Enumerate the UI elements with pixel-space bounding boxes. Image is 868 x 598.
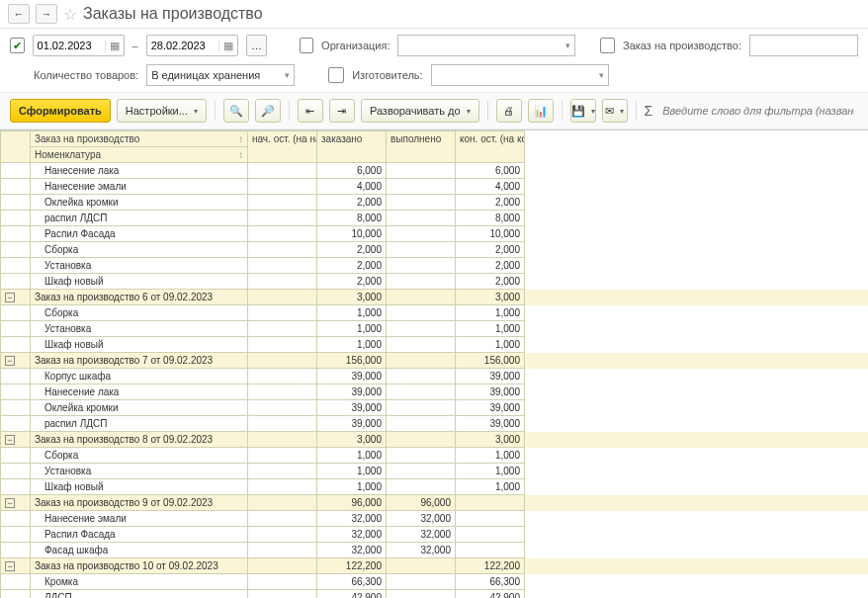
group-row[interactable]: −Заказ на производство 10 от 09.02.20231…	[1, 558, 869, 574]
collapse-toggle-icon[interactable]: −	[5, 561, 15, 571]
dropdown-icon: ↕	[238, 132, 243, 145]
row-name: Установка	[31, 464, 248, 479]
header-end[interactable]: кон. ост. (на конец)	[456, 131, 525, 163]
group-row[interactable]: −Заказ на производство 8 от 09.02.20233,…	[1, 432, 869, 448]
data-row[interactable]: Сборка1,0001,000	[1, 448, 869, 464]
data-row[interactable]: Шкаф новый2,0002,000	[1, 274, 869, 290]
date-to-field[interactable]: ▦	[146, 35, 238, 56]
report-table[interactable]: Заказ на производство↕ нач. ост. (на нач…	[0, 130, 868, 598]
expand-button[interactable]: ⇥	[329, 99, 355, 123]
date-to-input[interactable]	[147, 38, 218, 53]
chevron-down-icon: ▾	[194, 107, 198, 116]
data-row[interactable]: Корпус шкафа39,00039,000	[1, 369, 869, 384]
calendar-icon[interactable]: ▦	[218, 40, 237, 52]
find-button[interactable]: 🔍	[223, 99, 249, 123]
quantity-value: В единицах хранения	[151, 69, 260, 81]
row-name: ЛДСП	[31, 590, 248, 599]
order-label: Заказ на производство:	[623, 40, 741, 51]
collapse-toggle-icon[interactable]: −	[5, 498, 15, 508]
header-begin[interactable]: нач. ост. (на начало)	[248, 131, 317, 163]
chevron-down-icon: ▾	[285, 70, 290, 80]
search-icon: 🔍	[229, 105, 243, 118]
collapse-button[interactable]: ⇤	[298, 99, 323, 123]
date-from-field[interactable]: ▦	[33, 35, 125, 56]
group-row[interactable]: −Заказ на производство 7 от 09.02.202315…	[1, 353, 869, 369]
order-checkbox[interactable]	[600, 38, 615, 53]
data-row[interactable]: ЛДСП42,90042,900	[1, 590, 869, 599]
date-range-more-button[interactable]: …	[246, 35, 268, 56]
row-name: Сборка	[31, 448, 248, 464]
date-range-dash: –	[132, 40, 138, 51]
data-row[interactable]: распил ЛДСП39,00039,000	[1, 416, 869, 432]
group-name: Заказ на производство 6 от 09.02.2023	[31, 290, 248, 305]
data-row[interactable]: Установка1,0001,000	[1, 321, 869, 337]
row-name: Оклейка кромки	[31, 195, 248, 211]
search-next-icon: 🔎	[261, 105, 275, 118]
group-name: Заказ на производство 10 от 09.02.2023	[31, 558, 248, 574]
data-row[interactable]: Нанесение лака6,0006,000	[1, 163, 869, 179]
group-row[interactable]: −Заказ на производство 6 от 09.02.20233,…	[1, 290, 869, 305]
organization-label: Организация:	[321, 40, 390, 51]
group-name: Заказ на производство 8 от 09.02.2023	[31, 432, 248, 448]
row-name: Шкаф новый	[31, 274, 248, 290]
print-button[interactable]: 🖨	[496, 99, 522, 123]
calendar-icon[interactable]: ▦	[105, 40, 124, 52]
data-row[interactable]: Нанесение лака39,00039,000	[1, 384, 869, 400]
data-row[interactable]: Нанесение эмали4,0004,000	[1, 179, 869, 195]
row-name: Нанесение лака	[31, 163, 248, 179]
find-next-button[interactable]: 🔎	[255, 99, 281, 123]
row-name: Сборка	[31, 242, 248, 258]
data-row[interactable]: Оклейка кромки39,00039,000	[1, 400, 869, 416]
expand-icon: ⇥	[337, 105, 346, 118]
row-name: Кромка	[31, 574, 248, 590]
organization-checkbox[interactable]	[300, 38, 314, 53]
data-row[interactable]: Распил Фасада10,00010,000	[1, 226, 869, 242]
filter-input[interactable]	[658, 103, 858, 119]
data-row[interactable]: Фасад шкафа32,00032,000	[1, 543, 869, 558]
nav-forward-button[interactable]: →	[36, 4, 57, 24]
header-order[interactable]: Заказ на производство↕	[31, 131, 248, 147]
data-row[interactable]: Сборка2,0002,000	[1, 242, 869, 258]
send-button[interactable]: ✉▾	[602, 99, 628, 123]
date-from-input[interactable]	[34, 38, 105, 53]
data-row[interactable]: Кромка66,30066,300	[1, 574, 869, 590]
header-ordered[interactable]: заказано	[317, 131, 387, 163]
chart-button[interactable]: 📊	[528, 99, 554, 123]
nav-back-button[interactable]: ←	[8, 4, 30, 24]
data-row[interactable]: распил ЛДСП8,0008,000	[1, 211, 869, 226]
date-filter-checkbox[interactable]: ✔	[10, 38, 25, 53]
row-name: Сборка	[31, 305, 248, 321]
print-icon: 🖨	[503, 105, 514, 117]
expand-to-button[interactable]: Разворачивать до▾	[361, 99, 479, 123]
data-row[interactable]: Шкаф новый1,0001,000	[1, 479, 869, 495]
manufacturer-checkbox[interactable]	[328, 67, 344, 83]
row-name: Распил Фасада	[31, 527, 248, 543]
group-row[interactable]: −Заказ на производство 9 от 09.02.202396…	[1, 495, 869, 511]
form-button[interactable]: Сформировать	[10, 99, 111, 123]
arrow-left-icon: ←	[14, 8, 25, 20]
data-row[interactable]: Распил Фасада32,00032,000	[1, 527, 869, 543]
quantity-select[interactable]: В единицах хранения ▾	[146, 64, 295, 86]
collapse-toggle-icon[interactable]: −	[5, 293, 15, 302]
manufacturer-select[interactable]: ▾	[431, 64, 609, 86]
header-nomen[interactable]: Номенклатура↕	[31, 147, 248, 163]
group-name: Заказ на производство 7 от 09.02.2023	[31, 353, 248, 369]
header-done[interactable]: выполнено	[387, 131, 456, 163]
data-row[interactable]: Установка1,0001,000	[1, 464, 869, 479]
organization-select[interactable]: ▾	[397, 35, 575, 56]
collapse-toggle-icon[interactable]: −	[5, 356, 15, 366]
collapse-icon: ⇤	[305, 105, 314, 118]
order-select[interactable]	[749, 35, 858, 56]
collapse-toggle-icon[interactable]: −	[5, 435, 15, 445]
row-name: Распил Фасада	[31, 226, 248, 242]
row-name: распил ЛДСП	[31, 416, 248, 432]
save-button[interactable]: 💾▾	[570, 99, 596, 123]
settings-button[interactable]: Настройки...▾	[117, 99, 207, 123]
favorite-star-icon[interactable]: ☆	[63, 5, 77, 24]
data-row[interactable]: Нанесение эмали32,00032,000	[1, 511, 869, 527]
data-row[interactable]: Оклейка кромки2,0002,000	[1, 195, 869, 211]
data-row[interactable]: Сборка1,0001,000	[1, 305, 869, 321]
data-row[interactable]: Установка2,0002,000	[1, 258, 869, 274]
data-row[interactable]: Шкаф новый1,0001,000	[1, 337, 869, 353]
quantity-label: Количество товаров:	[34, 69, 138, 81]
